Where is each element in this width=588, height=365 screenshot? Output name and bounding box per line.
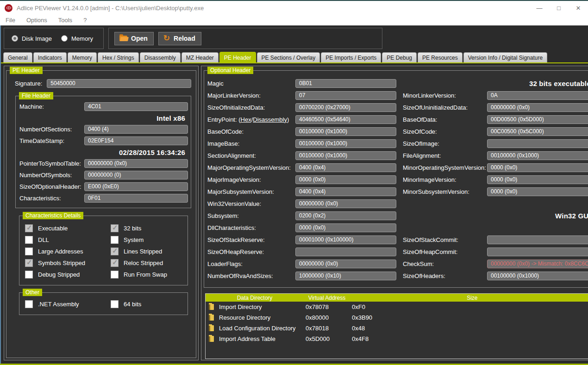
size-of-image-label: SizeOfImage: (403, 140, 487, 147)
size-of-optional-header-row: SizeOfOptionalHeader: E000 (0xE0) (19, 181, 188, 192)
loader-flags-field[interactable]: 00000000 (0x0) (295, 260, 396, 268)
number-of-rva-and-sizes-field[interactable]: 10000000 (0x10) (295, 272, 396, 280)
file-alignment-field[interactable]: 00100000 (0x1000) (487, 151, 588, 160)
checkbox-run-from-swap[interactable]: ✓ Run From Swap (111, 269, 188, 280)
machine-field[interactable]: 4C01 (84, 102, 188, 111)
number-of-sections-field[interactable]: 0400 (4) (84, 125, 188, 134)
major-image-version-field[interactable]: 0000 (0x0) (295, 175, 396, 184)
machine-architecture-note: Intel x86 (156, 114, 185, 122)
dll-characteristics-field[interactable]: 0000 (0x0) (295, 223, 396, 232)
minor-os-version-field[interactable]: 0000 (0x0) (487, 163, 588, 172)
radio-memory[interactable]: Memory (61, 35, 93, 42)
image-base-field[interactable]: 00100000 (0x1000) (295, 139, 396, 148)
checkbox-symbols-stripped[interactable]: ✓ Symbols Stripped (25, 257, 111, 269)
data-directory-table: Data Directory Virtual Address Size Impo… (205, 293, 588, 359)
size-of-heap-commit-field[interactable] (487, 247, 588, 256)
tab-hex-strings[interactable]: Hex / Strings (98, 52, 139, 62)
tab-pe-sections-overlay[interactable]: PE Sections / Overlay (257, 52, 320, 62)
tab-memory[interactable]: Memory (68, 52, 97, 62)
table-row-import-directory[interactable]: Import Directory 0x78078 0xF0 (206, 302, 588, 312)
tab-version-info[interactable]: Version Info / Digital Signature (463, 52, 547, 62)
size-of-stack-commit-label: SizeOfStackCommit: (403, 236, 487, 243)
table-row-import-address-table[interactable]: Import Address Table 0x5D000 0x4F8 (206, 334, 588, 344)
size-of-stack-commit-field[interactable] (487, 235, 588, 244)
signature-field[interactable]: 50450000 (47, 79, 191, 88)
minor-linker-version-field[interactable]: 0A (487, 91, 588, 100)
tab-pe-resources[interactable]: PE Resources (418, 52, 463, 62)
base-of-code-field[interactable]: 00100000 (0x1000) (295, 127, 396, 136)
checkbox-reloc-stripped[interactable]: ✓ Reloc Stripped (111, 257, 188, 269)
radio-disk-image[interactable]: Disk Image (12, 35, 52, 42)
menu-options[interactable]: Options (26, 17, 54, 24)
major-linker-version-field[interactable]: 07 (295, 91, 396, 100)
subsystem-label: Subsystem: (207, 212, 295, 219)
menu-tools[interactable]: Tools (58, 17, 79, 24)
signature-row: Signature: 50450000 (10, 77, 192, 89)
pe-header-panel: PE Header Signature: 50450000 File Heade… (4, 66, 199, 360)
open-button[interactable]: Open (114, 32, 154, 45)
tab-pe-debug[interactable]: PE Debug (382, 52, 417, 62)
close-icon[interactable]: ✕ (569, 1, 588, 15)
checkbox-icon: ✓ (25, 247, 33, 255)
entry-point-hex-link[interactable]: Hex (241, 116, 251, 123)
checkbox-icon: ✓ (25, 224, 33, 232)
entry-point-label-prefix: EntryPoint: ( (207, 116, 241, 123)
entry-point-field[interactable]: 40460500 (0x54640) (295, 115, 396, 124)
checkbox-32-bits[interactable]: ✓ 32 bits (111, 223, 188, 234)
time-date-stamp-field[interactable]: 02E0F154 (84, 136, 188, 145)
checkbox-net-assembly[interactable]: ✓ .NET Assembly (25, 298, 111, 310)
table-row-load-configuration-directory[interactable]: Load Configuration Directory 0x78018 0x4… (206, 323, 588, 334)
characteristics-details-group-tag: Characteristics Details (23, 212, 83, 219)
size-of-optional-header-field[interactable]: E000 (0xE0) (84, 182, 188, 191)
number-of-symbols-field[interactable]: 00000000 (0) (84, 171, 188, 179)
checkbox-system[interactable]: ✓ System (111, 234, 188, 246)
maximize-icon[interactable]: □ (549, 1, 569, 15)
table-row-resource-directory[interactable]: Resource Directory 0x80000 0x3B90 (206, 312, 588, 323)
size-of-stack-reserve-field[interactable]: 00001000 (0x100000) (295, 235, 396, 244)
checkbox-64-bits[interactable]: ✓ 64 bits (111, 298, 188, 310)
pointer-to-symbol-table-field[interactable]: 00000000 (0x0) (84, 159, 188, 168)
major-subsystem-version-field[interactable]: 0400 (0x4) (295, 187, 396, 196)
minor-subsystem-version-field[interactable]: 0000 (0x0) (487, 187, 588, 196)
size-of-heap-reserve-field[interactable] (295, 247, 396, 256)
characteristics-field[interactable]: 0F01 (84, 194, 188, 203)
magic-field[interactable]: 0B01 (295, 79, 396, 88)
entry-point-label: EntryPoint: (Hex/Disassembly) (207, 116, 295, 123)
entry-point-disassembly-link[interactable]: Disassembly (253, 116, 287, 123)
menu-file[interactable]: File (6, 17, 22, 24)
size-of-stack-reserve-label: SizeOfStackReserve: (207, 236, 295, 243)
tab-disassembly[interactable]: Disassembly (140, 52, 181, 62)
major-os-version-field[interactable]: 0400 (0x4) (295, 163, 396, 172)
pe-header-groupbox: PE Header Signature: 50450000 File Heade… (6, 70, 196, 358)
tab-indicators[interactable]: Indicators (33, 52, 67, 62)
base-of-data-field[interactable]: 00D00500 (0x5D000) (487, 115, 588, 124)
base-of-code-label: BaseOfCode: (207, 128, 295, 135)
size-of-code-field[interactable]: 00C00500 (0x5C000) (487, 127, 588, 136)
size-of-headers-field[interactable]: 00100000 (0x1000) (487, 272, 588, 280)
win32-version-value-field[interactable]: 00000000 (0x0) (295, 199, 396, 208)
folder-icon (209, 336, 214, 342)
size-value: 0x4F8 (350, 335, 588, 342)
tab-general[interactable]: General (3, 52, 32, 62)
tab-mz-header[interactable]: MZ Header (181, 52, 219, 62)
size-of-image-field[interactable] (487, 139, 588, 148)
size-of-initialized-data-field[interactable]: 00700200 (0x27000) (295, 103, 396, 112)
subsystem-field[interactable]: 0200 (0x2) (295, 211, 396, 220)
checkbox-lines-stripped[interactable]: ✓ Lines Stripped (111, 246, 188, 257)
reload-button[interactable]: ↻ Reload (158, 32, 201, 45)
major-subsystem-version-label: MajorSubsystemVersion: (207, 188, 295, 195)
minor-image-version-field[interactable]: 0000 (0x0) (487, 175, 588, 184)
checksum-mismatch-field[interactable]: 00000000 (0x0) -> Mismatch: 0x8CC6C (487, 260, 588, 268)
section-alignment-field[interactable]: 00100000 (0x1000) (295, 151, 396, 160)
minimize-icon[interactable]: — (530, 1, 549, 15)
checkbox-debug-stripped[interactable]: ✓ Debug Stripped (25, 269, 111, 280)
column-header-data-directory: Data Directory (206, 295, 304, 301)
size-of-uninitialized-data-field[interactable]: 00000000 (0x0) (487, 103, 588, 112)
checkbox-dll[interactable]: ✓ DLL (25, 234, 111, 246)
checkbox-large-addresses[interactable]: ✓ Large Addresses (25, 246, 111, 257)
tab-pe-header[interactable]: PE Header (219, 52, 256, 62)
characteristics-label: Characteristics: (19, 195, 84, 202)
menu-help[interactable]: ? (83, 17, 93, 24)
tab-pe-imports-exports[interactable]: PE Imports / Exports (321, 52, 381, 62)
checkbox-executable[interactable]: ✓ Executable (25, 223, 111, 234)
